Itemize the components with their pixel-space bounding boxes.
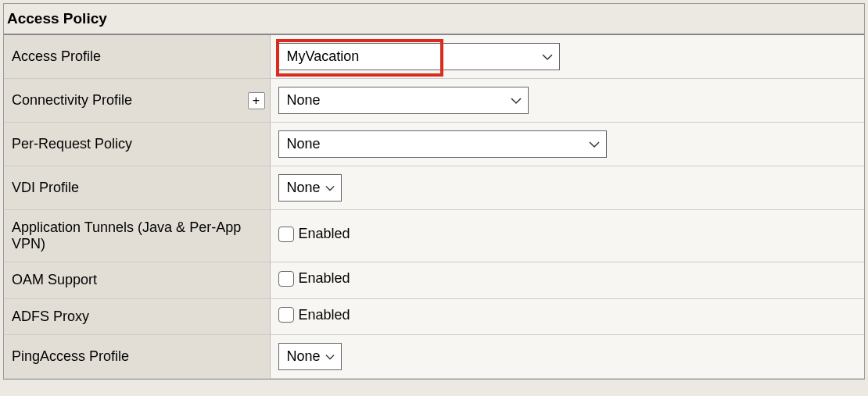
row-pingaccess-profile: PingAccess Profile None: [4, 335, 864, 379]
per-request-policy-value: None: [279, 131, 347, 157]
label-per-request-policy: Per-Request Policy: [4, 123, 270, 166]
application-tunnels-checkbox[interactable]: [278, 227, 294, 242]
access-policy-panel: Access Policy Access Profile MyVacation: [3, 3, 865, 380]
label-vdi-profile: VDI Profile: [4, 166, 270, 210]
row-vdi-profile: VDI Profile None: [4, 166, 864, 210]
add-connectivity-profile-button[interactable]: +: [248, 92, 265, 109]
label-application-tunnels: Application Tunnels (Java & Per-App VPN): [4, 210, 270, 262]
pingaccess-profile-value: None: [279, 344, 341, 369]
application-tunnels-checkbox-label: Enabled: [299, 226, 350, 242]
row-adfs-proxy: ADFS Proxy Enabled: [4, 298, 864, 335]
adfs-proxy-checkbox-label: Enabled: [299, 307, 350, 323]
vdi-profile-value: None: [279, 175, 341, 201]
oam-support-checkbox-label: Enabled: [299, 270, 350, 287]
access-profile-select[interactable]: MyVacation: [278, 43, 560, 70]
label-adfs-proxy: ADFS Proxy: [4, 298, 270, 335]
chevron-down-icon: [511, 97, 522, 105]
access-profile-value: MyVacation: [279, 44, 386, 70]
per-request-policy-select[interactable]: None: [278, 130, 607, 158]
row-connectivity-profile: Connectivity Profile + None: [4, 79, 864, 123]
label-oam-support: OAM Support: [4, 262, 270, 299]
vdi-profile-select[interactable]: None: [278, 174, 342, 202]
row-application-tunnels: Application Tunnels (Java & Per-App VPN)…: [4, 210, 864, 262]
row-per-request-policy: Per-Request Policy None: [4, 123, 864, 166]
form-table: Access Profile MyVacation Connectivity P…: [4, 34, 864, 379]
connectivity-profile-value: None: [279, 87, 347, 113]
section-title: Access Policy: [4, 4, 864, 34]
chevron-down-icon: [542, 53, 553, 61]
connectivity-profile-select[interactable]: None: [278, 87, 529, 114]
row-access-profile: Access Profile MyVacation: [4, 34, 864, 79]
row-oam-support: OAM Support Enabled: [4, 262, 864, 299]
oam-support-checkbox[interactable]: [278, 271, 294, 287]
label-connectivity-profile: Connectivity Profile: [12, 92, 132, 108]
label-pingaccess-profile: PingAccess Profile: [4, 335, 270, 379]
label-access-profile: Access Profile: [4, 34, 270, 79]
chevron-down-icon: [589, 141, 600, 148]
pingaccess-profile-select[interactable]: None: [278, 343, 342, 370]
adfs-proxy-checkbox[interactable]: [278, 307, 294, 323]
